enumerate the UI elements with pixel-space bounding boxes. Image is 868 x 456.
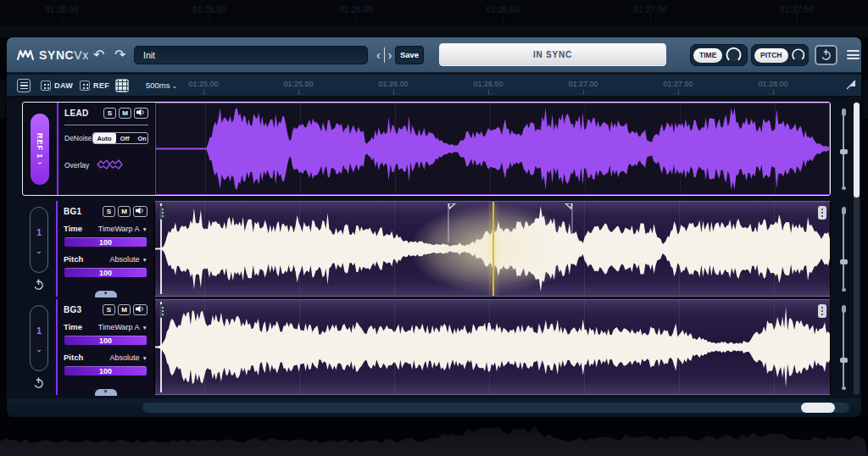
marker-flag-icon[interactable] <box>846 80 856 90</box>
host-time-label: 01:27.00 <box>633 5 666 14</box>
dropdown-arrow-icon: ▼ <box>142 257 147 263</box>
clip-menu-icon[interactable] <box>159 206 167 220</box>
denoise-on-option[interactable]: On <box>134 133 148 143</box>
time-amount-slider[interactable]: 100 <box>64 236 147 247</box>
pitch-amount-slider[interactable]: 100 <box>64 365 147 376</box>
plugin-window: SYNCVx ↶ ↷ Init ‹ › Save IN SYNC TIME PI… <box>7 37 861 417</box>
speaker-button[interactable] <box>134 108 148 119</box>
bg1-power-icon[interactable] <box>33 279 44 291</box>
chevron-down-icon[interactable]: ⌄ <box>36 249 42 253</box>
bg1-waveform-display <box>154 201 831 297</box>
ref-track-name: LEAD <box>64 108 88 118</box>
time-knob[interactable] <box>725 47 743 64</box>
preset-nav: ‹ › <box>373 46 395 64</box>
header-collapse-handle[interactable]: ▾ <box>95 389 117 396</box>
undo-icon[interactable]: ↶ <box>93 48 104 62</box>
daw-toggle[interactable]: DAW <box>41 81 73 91</box>
mute-button[interactable]: M <box>119 108 131 119</box>
vertical-scrollbar-thumb[interactable] <box>854 103 860 197</box>
denoise-auto-option[interactable]: Auto <box>93 133 116 143</box>
time-amount-slider[interactable]: 100 <box>64 335 147 346</box>
bg3-track-header: BG3 S M Time TimeWarp A▼ 100 Pitch Absol… <box>56 299 154 395</box>
grid-interval-dropdown[interactable]: 500ms⌄ <box>146 81 177 90</box>
region-start-flag[interactable] <box>448 203 456 242</box>
track-menu-icon[interactable] <box>818 304 826 318</box>
region-end-flag[interactable] <box>565 203 573 242</box>
denoise-off-option[interactable]: Off <box>116 133 134 143</box>
bg3-waveform <box>155 300 830 394</box>
bg1-group-pill[interactable]: 1 ⌄ <box>30 207 48 273</box>
pitch-knob[interactable] <box>791 47 806 64</box>
dropdown-arrow-icon: ▼ <box>142 355 147 361</box>
dropdown-arrow-icon: ▼ <box>142 226 147 232</box>
mute-button[interactable]: M <box>118 206 131 217</box>
ruler-time-label: 01:25.50 <box>283 80 313 88</box>
hamburger-menu-icon[interactable] <box>847 50 860 62</box>
preset-field[interactable]: Init <box>134 46 368 64</box>
chevron-down-icon[interactable]: ⌄ <box>36 348 42 351</box>
redo-icon[interactable]: ↷ <box>114 48 125 62</box>
denoise-segmented-control: Auto Off On <box>92 132 148 144</box>
horizontal-scrollbar[interactable] <box>142 403 849 413</box>
host-right-edge <box>862 80 868 119</box>
grid-icon[interactable] <box>115 79 129 92</box>
bg3-volume-fader[interactable] <box>838 305 849 390</box>
ref-toggle[interactable]: REF <box>80 81 109 91</box>
bg3-power-icon[interactable] <box>33 377 44 389</box>
host-left-edge <box>0 80 6 119</box>
save-button[interactable]: Save <box>395 46 424 64</box>
header-collapse-handle[interactable]: ▾ <box>95 291 117 298</box>
bg1-track-header: BG1 S M Time TimeWarp A▼ 100 Pitch Absol… <box>56 201 154 297</box>
fader-handle[interactable] <box>840 259 848 264</box>
ref-track-tab[interactable]: REF 1 › <box>31 114 49 185</box>
denoise-label: DeNoise <box>64 134 92 142</box>
host-daw-ruler: 01:25.0001:25.5001:26.0001:26.5001:27.00… <box>0 0 868 37</box>
solo-button[interactable]: S <box>103 304 115 315</box>
tab-chevron-icon: › <box>36 162 44 165</box>
time-mode-dropdown[interactable]: TimeWarp A▼ <box>98 225 147 233</box>
ruler-time-label: 01:27.00 <box>568 80 598 88</box>
daw-toggle-icon <box>41 81 51 91</box>
ref-volume-fader[interactable] <box>838 108 849 190</box>
ref-waveform <box>156 103 829 194</box>
pitch-mode-dropdown[interactable]: Absolute▼ <box>110 353 147 362</box>
bg1-track-row: 1 ⌄ BG1 S M Time TimeW <box>22 201 831 297</box>
ruler-time-label: 01:26.50 <box>473 80 503 88</box>
mute-button[interactable]: M <box>118 304 131 315</box>
track-menu-icon[interactable] <box>818 206 826 220</box>
speaker-button[interactable] <box>133 206 147 217</box>
time-button[interactable]: TIME <box>693 48 722 63</box>
pitch-button[interactable]: PITCH <box>754 48 788 63</box>
bg3-track-row: 1 ⌄ BG3 S M Time TimeW <box>22 299 831 395</box>
time-control-group: TIME <box>690 44 748 66</box>
bg3-group-pill[interactable]: 1 ⌄ <box>30 305 48 371</box>
app-title: SYNCVx <box>39 48 89 62</box>
header-bar: SYNCVx ↶ ↷ Init ‹ › Save IN SYNC TIME PI… <box>7 37 861 73</box>
host-time-label: 01:26.50 <box>486 5 519 14</box>
bg3-waveform-display <box>154 299 831 395</box>
host-daw-waveform <box>0 417 868 456</box>
fader-handle[interactable] <box>840 358 848 363</box>
time-mode-dropdown[interactable]: TimeWarp A▼ <box>98 323 147 331</box>
speaker-button[interactable] <box>133 304 147 315</box>
clip-menu-icon[interactable] <box>159 304 167 318</box>
vertical-scrollbar[interactable] <box>854 102 860 395</box>
bg3-rail: 1 ⌄ <box>22 299 56 395</box>
bg1-volume-fader[interactable] <box>838 207 849 292</box>
solo-button[interactable]: S <box>103 206 115 217</box>
overlay-label: Overlay <box>64 161 89 170</box>
power-button[interactable] <box>815 45 837 65</box>
overlay-waveform-icon[interactable] <box>96 158 125 172</box>
bg1-track-name: BG1 <box>64 207 81 216</box>
pitch-mode-dropdown[interactable]: Absolute▼ <box>110 255 147 264</box>
fader-handle[interactable] <box>840 149 848 154</box>
solo-button[interactable]: S <box>103 108 116 119</box>
host-time-label: 01:27.50 <box>780 5 813 14</box>
track-list-icon[interactable] <box>17 79 31 92</box>
playhead[interactable] <box>492 202 494 296</box>
pitch-amount-slider[interactable]: 100 <box>64 267 147 278</box>
pitch-label: Pitch <box>64 353 83 362</box>
horizontal-scrollbar-thumb[interactable] <box>801 403 835 413</box>
prev-preset-button[interactable]: ‹ <box>373 47 384 64</box>
next-preset-button[interactable]: › <box>385 47 396 64</box>
